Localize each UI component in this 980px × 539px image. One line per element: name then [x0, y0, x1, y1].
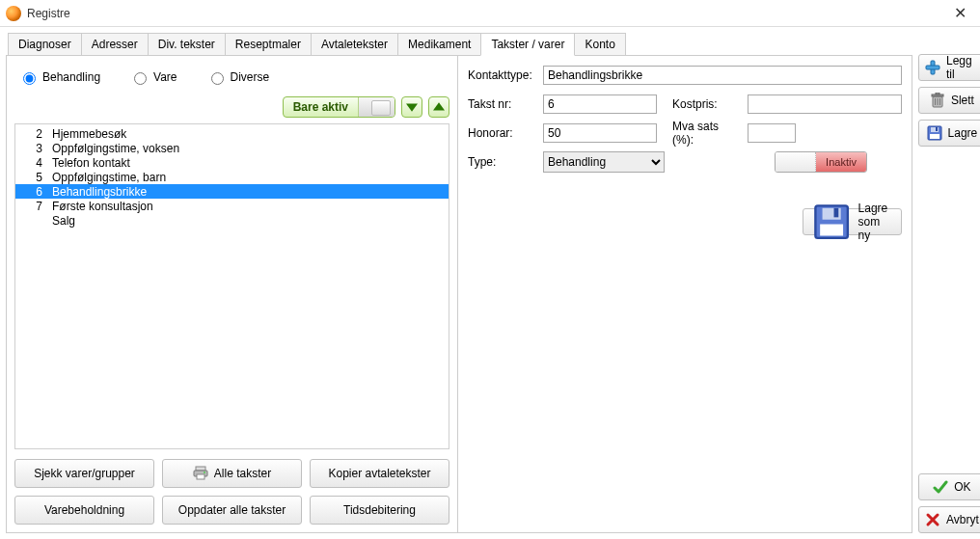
- radio-behandling[interactable]: Behandling: [18, 69, 100, 85]
- plus-icon: [925, 60, 940, 75]
- check-icon: [933, 479, 948, 495]
- list-item-num: 2: [21, 127, 42, 141]
- tab-medikament[interactable]: Medikament: [397, 33, 481, 55]
- list-item-name: Salg: [52, 214, 443, 228]
- svg-rect-21: [936, 127, 938, 131]
- tab-avtaletekster[interactable]: Avtaletekster: [311, 33, 398, 55]
- save-icon: [927, 125, 942, 141]
- takstnr-label: Takst nr:: [468, 97, 537, 111]
- trash-icon: [930, 93, 945, 108]
- honorar-label: Honorar:: [468, 126, 537, 140]
- titlebar: Registre ✕: [0, 0, 980, 27]
- x-icon: [925, 512, 940, 527]
- takstnr-field[interactable]: [543, 94, 657, 114]
- list-item[interactable]: Salg: [15, 213, 449, 228]
- list-item[interactable]: 5Oppfølgingstime, barn: [15, 170, 449, 184]
- list-item-name: Første konsultasjon: [52, 200, 443, 213]
- tab-reseptmaler[interactable]: Reseptmaler: [225, 33, 312, 55]
- category-radios: Behandling Vare Diverse: [14, 64, 449, 96]
- svg-rect-2: [196, 467, 205, 471]
- tab-adresser[interactable]: Adresser: [81, 33, 149, 55]
- svg-marker-0: [406, 103, 418, 111]
- honorar-field[interactable]: [543, 123, 657, 143]
- list-item-name: Oppfølgingstime, voksen: [52, 142, 443, 155]
- kontakttype-field[interactable]: [543, 66, 902, 85]
- list-item[interactable]: 3Oppfølgingstime, voksen: [15, 141, 449, 155]
- list-item-num: 3: [21, 142, 42, 155]
- printer-icon: [193, 466, 208, 481]
- varebeholdning-button[interactable]: Varebeholdning: [14, 496, 154, 525]
- ok-button[interactable]: OK: [918, 473, 980, 500]
- list-item-name: Telefon kontakt: [52, 156, 443, 170]
- radio-vare[interactable]: Vare: [129, 69, 177, 85]
- close-button[interactable]: ✕: [946, 2, 974, 24]
- oppdater-alle-button[interactable]: Oppdater alle takster: [162, 496, 302, 525]
- kopier-avtaletekster-button[interactable]: Kopier avtaletekster: [310, 459, 449, 488]
- tidsdebitering-button[interactable]: Tidsdebitering: [310, 496, 449, 525]
- bare-aktiv-toggle[interactable]: Bare aktiv: [283, 96, 395, 118]
- tab-strip: Diagnoser Adresser Div. tekster Reseptma…: [8, 33, 912, 55]
- list-item[interactable]: 7Første konsultasjon: [15, 199, 449, 213]
- kontakttype-label: Kontakttype:: [468, 68, 537, 82]
- list-item-num: 6: [21, 185, 42, 199]
- type-select[interactable]: Behandling: [543, 151, 665, 173]
- svg-rect-7: [820, 224, 843, 235]
- kostpris-field[interactable]: [748, 94, 902, 114]
- save-icon: [813, 203, 850, 240]
- arrow-up-button[interactable]: [428, 96, 449, 118]
- lagre-button[interactable]: Lagre: [918, 120, 980, 147]
- radio-diverse[interactable]: Diverse: [206, 69, 270, 85]
- tab-konto[interactable]: Konto: [574, 33, 625, 55]
- svg-rect-9: [834, 208, 839, 218]
- chevron-up-icon: [433, 101, 445, 113]
- sjekk-varer-button[interactable]: Sjekk varer/grupper: [14, 459, 154, 488]
- takster-list[interactable]: 2Hjemmebesøk3Oppfølgingstime, voksen4Tel…: [14, 123, 449, 449]
- svg-rect-4: [197, 474, 204, 479]
- list-item-num: 4: [21, 156, 42, 170]
- tab-takster-varer[interactable]: Takster / varer: [480, 33, 575, 56]
- svg-rect-19: [930, 134, 939, 139]
- list-item-num: 7: [21, 200, 42, 213]
- list-item[interactable]: 4Telefon kontakt: [15, 155, 449, 170]
- list-item[interactable]: 6Behandlingsbrikke: [15, 184, 449, 199]
- lagre-som-ny-button[interactable]: Lagre som ny: [803, 208, 902, 235]
- window-title: Registre: [27, 7, 946, 20]
- svg-rect-11: [926, 66, 939, 69]
- svg-point-5: [204, 472, 205, 473]
- list-item-name: Behandlingsbrikke: [52, 185, 443, 199]
- svg-rect-14: [936, 93, 939, 94]
- app-icon: [6, 6, 21, 21]
- list-item-name: Oppfølgingstime, barn: [52, 171, 443, 184]
- mvasats-field[interactable]: [748, 123, 796, 143]
- svg-marker-1: [433, 102, 445, 110]
- list-item[interactable]: 2Hjemmebesøk: [15, 126, 449, 141]
- legg-til-button[interactable]: Legg til: [918, 54, 980, 81]
- list-item-name: Hjemmebesøk: [52, 127, 443, 141]
- kostpris-label: Kostpris:: [672, 97, 742, 111]
- tab-diagnoser[interactable]: Diagnoser: [8, 33, 82, 55]
- chevron-down-icon: [406, 101, 418, 113]
- tab-div-tekster[interactable]: Div. tekster: [148, 33, 226, 55]
- arrow-down-button[interactable]: [401, 96, 422, 118]
- mvasats-label: Mva sats (%):: [672, 120, 742, 147]
- avbryt-button[interactable]: Avbryt: [918, 506, 980, 533]
- slett-button[interactable]: Slett: [918, 87, 980, 114]
- list-item-num: 5: [21, 171, 42, 184]
- type-label: Type:: [468, 155, 537, 169]
- toggle-switch[interactable]: [358, 97, 395, 117]
- inaktiv-toggle[interactable]: Inaktiv: [775, 151, 867, 173]
- alle-takster-button[interactable]: Alle takster: [162, 459, 302, 488]
